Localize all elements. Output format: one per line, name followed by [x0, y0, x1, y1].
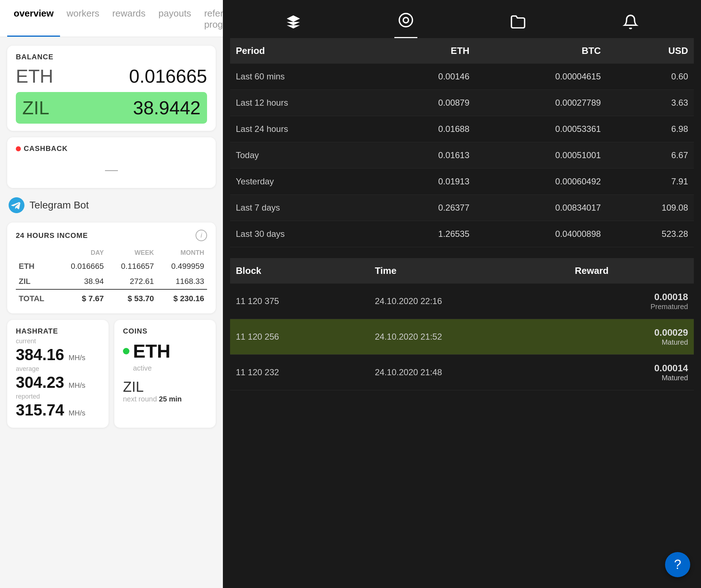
right-content: Period ETH BTC USD Last 60 mins 0.00146 …: [223, 38, 701, 588]
nav-tabs: overview workers rewards payouts referra…: [0, 0, 223, 37]
rewards-table: Period ETH BTC USD Last 60 mins 0.00146 …: [230, 38, 694, 247]
rewards-period: Last 30 days: [230, 221, 377, 247]
rewards-col-period: Period: [230, 38, 377, 64]
income-week: 272.61: [107, 274, 157, 289]
eth-currency: ETH: [16, 65, 53, 87]
telegram-icon: [9, 197, 24, 213]
zil-currency: ZIL: [22, 97, 49, 119]
rewards-col-btc: BTC: [475, 38, 607, 64]
eth-amount: 0.016665: [129, 65, 207, 87]
rewards-btc: 0.00027789: [475, 90, 607, 116]
layers-icon[interactable]: [282, 10, 305, 37]
tab-workers[interactable]: workers: [60, 0, 106, 37]
income-week: $ 53.70: [107, 289, 157, 306]
tab-overview[interactable]: overview: [7, 0, 60, 37]
rewards-col-usd: USD: [606, 38, 694, 64]
rewards-period: Last 60 mins: [230, 64, 377, 90]
blocks-col-block: Block: [230, 258, 369, 284]
svg-point-0: [399, 14, 412, 27]
income-row: ETH 0.016665 0.116657 0.499959: [16, 259, 207, 274]
rewards-row: Yesterday 0.01913 0.00060492 7.91: [230, 169, 694, 195]
telegram-row[interactable]: Telegram Bot: [7, 194, 216, 216]
rewards-usd: 7.91: [606, 169, 694, 195]
folder-icon[interactable]: [507, 10, 530, 37]
rewards-period: Last 24 hours: [230, 116, 377, 142]
right-header: [223, 0, 701, 38]
rewards-btc: 0.00051001: [475, 142, 607, 169]
rewards-btc: 0.00004615: [475, 64, 607, 90]
tab-payouts[interactable]: payouts: [152, 0, 198, 37]
right-panel: Period ETH BTC USD Last 60 mins 0.00146 …: [223, 0, 701, 588]
income-col-day: DAY: [56, 247, 107, 259]
rewards-col-eth: ETH: [377, 38, 475, 64]
block-reward: 0.00014 Matured: [569, 355, 694, 390]
rewards-usd: 3.63: [606, 90, 694, 116]
hashrate-current-row: current 384.16 MH/s: [16, 337, 100, 364]
rewards-row: Last 60 mins 0.00146 0.00004615 0.60: [230, 64, 694, 90]
tab-rewards[interactable]: rewards: [106, 0, 152, 37]
income-currency: ETH: [16, 259, 56, 274]
income-currency: ZIL: [16, 274, 56, 289]
help-button[interactable]: ?: [665, 552, 690, 577]
coins-eth-status: active: [123, 364, 207, 372]
rewards-eth: 0.01913: [377, 169, 475, 195]
income-day: 38.94: [56, 274, 107, 289]
left-panel: overview workers rewards payouts referra…: [0, 0, 223, 588]
bottom-row: HASHRATE current 384.16 MH/s average 304…: [7, 320, 216, 428]
income-col-week: WEEK: [107, 247, 157, 259]
cashback-value: —: [16, 159, 207, 181]
rewards-period: Last 7 days: [230, 195, 377, 221]
hashrate-card: HASHRATE current 384.16 MH/s average 304…: [7, 320, 109, 428]
rewards-eth: 0.01688: [377, 116, 475, 142]
rewards-period: Last 12 hours: [230, 90, 377, 116]
bell-icon[interactable]: [619, 10, 642, 37]
income-card: 24 HOURS INCOME i DAY WEEK MONTH ETH 0.0…: [7, 222, 216, 313]
rewards-row: Last 7 days 0.26377 0.00834017 109.08: [230, 195, 694, 221]
rewards-usd: 6.67: [606, 142, 694, 169]
hashrate-current-label: current: [16, 337, 100, 345]
svg-point-1: [403, 18, 408, 23]
eth-balance-row: ETH 0.016665: [16, 65, 207, 87]
rewards-usd: 523.28: [606, 221, 694, 247]
rewards-period: Today: [230, 142, 377, 169]
info-icon[interactable]: i: [196, 230, 207, 241]
coins-eth-label: ETH: [133, 340, 170, 362]
circle-icon[interactable]: [394, 9, 417, 38]
hashrate-reported-label: reported: [16, 393, 100, 400]
rewards-row: Last 24 hours 0.01688 0.00053361 6.98: [230, 116, 694, 142]
blocks-col-reward: Reward: [569, 258, 694, 284]
income-col-currency: [16, 247, 56, 259]
block-number: 11 120 232: [230, 355, 369, 390]
zil-amount: 38.9442: [133, 97, 201, 119]
blocks-table: Block Time Reward 11 120 375 24.10.2020 …: [230, 258, 694, 390]
telegram-label: Telegram Bot: [29, 199, 89, 211]
income-col-month: MONTH: [157, 247, 207, 259]
block-reward: 0.00029 Matured: [569, 319, 694, 355]
rewards-row: Last 30 days 1.26535 0.04000898 523.28: [230, 221, 694, 247]
balance-label: BALANCE: [16, 53, 207, 61]
cashback-card: CASHBACK —: [7, 137, 216, 188]
coins-zil-label: ZIL: [123, 379, 207, 395]
rewards-row: Last 12 hours 0.00879 0.00027789 3.63: [230, 90, 694, 116]
income-month: 0.499959: [157, 259, 207, 274]
balance-card: BALANCE ETH 0.016665 ZIL 38.9442: [7, 46, 216, 131]
hashrate-reported-row: reported 315.74 MH/s: [16, 393, 100, 419]
hashrate-average-label: average: [16, 365, 100, 373]
income-day: 0.016665: [56, 259, 107, 274]
block-row: 11 120 375 24.10.2020 22:16 0.00018 Prem…: [230, 284, 694, 319]
block-reward: 0.00018 Prematured: [569, 284, 694, 319]
blocks-col-time: Time: [369, 258, 569, 284]
hashrate-average-value: 304.23 MH/s: [16, 373, 100, 391]
block-row: 11 120 256 24.10.2020 21:52 0.00029 Matu…: [230, 319, 694, 355]
rewards-usd: 109.08: [606, 195, 694, 221]
left-content: BALANCE ETH 0.016665 ZIL 38.9442 CASHBAC…: [0, 37, 223, 436]
income-month: $ 230.16: [157, 289, 207, 306]
rewards-btc: 0.00060492: [475, 169, 607, 195]
hashrate-reported-value: 315.74 MH/s: [16, 401, 100, 419]
cashback-label: CASHBACK: [16, 144, 207, 153]
rewards-eth: 1.26535: [377, 221, 475, 247]
tab-referral[interactable]: referral program: [198, 0, 223, 37]
rewards-usd: 6.98: [606, 116, 694, 142]
coins-next-round: next round 25 min: [123, 395, 207, 403]
income-table: DAY WEEK MONTH ETH 0.016665 0.116657 0.4…: [16, 247, 207, 306]
